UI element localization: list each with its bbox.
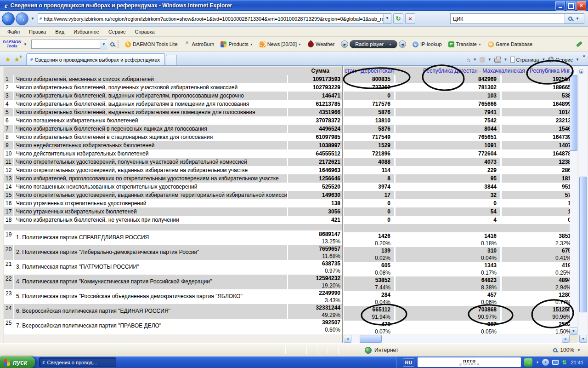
home-icon[interactable]: ⌂ — [466, 57, 470, 63]
toolbar-item[interactable]: *AstroBurn — [184, 41, 215, 47]
connection-activity-icon[interactable]: ⇅ — [562, 360, 566, 365]
radio-dropdown-icon[interactable]: ▼ — [389, 40, 392, 48]
url-text[interactable]: http://www.vybory.izbirkom.ru/region/reg… — [44, 16, 383, 22]
wrench-icon[interactable] — [576, 41, 583, 47]
row-label: Число открепительных удостоверений, полу… — [14, 158, 287, 166]
toolbar-overflow-icon[interactable]: » — [582, 52, 585, 58]
address-bar[interactable]: e http://www.vybory.izbirkom.ru/region/r… — [38, 13, 391, 24]
toolbar-item[interactable]: GGame Database — [488, 41, 532, 47]
row-sum-value: 109173593 — [287, 75, 342, 83]
combo-dropdown-icon[interactable]: ▼ — [100, 40, 107, 50]
daemon-search-combo[interactable]: ▼ — [31, 40, 107, 49]
search-icon[interactable] — [568, 17, 572, 21]
horizontal-scrollbar[interactable]: ◄ ► — [344, 335, 570, 343]
page-dropdown-icon[interactable]: ▼ — [542, 58, 545, 62]
page-scroll-thumb[interactable] — [579, 177, 587, 312]
network-icon[interactable] — [552, 360, 559, 365]
stop-button[interactable]: × — [405, 13, 415, 24]
nero-search-toolbar[interactable]: nero @SEARCH — [418, 357, 521, 367]
toolbar-item[interactable]: Products▼ — [220, 41, 253, 47]
daemon-dropdown-icon[interactable]: ▼ — [23, 42, 27, 46]
toolbar-item[interactable]: ϟDAEMON Tools Lite — [125, 41, 178, 47]
menu-item[interactable]: Сервис — [104, 28, 130, 35]
address-dropdown-icon[interactable]: ▼ — [383, 14, 391, 23]
language-indicator[interactable]: RU — [403, 358, 415, 367]
feeds-icon[interactable] — [480, 57, 485, 63]
menu-item[interactable]: Правка — [24, 28, 51, 35]
page-vertical-scrollbar[interactable]: ▲ ▼ — [579, 66, 587, 343]
inner-scroll-thumb[interactable] — [570, 75, 577, 151]
inner-vertical-scrollbar[interactable]: ▲ ▼ — [570, 67, 577, 335]
region-link-derbent[interactable]: стан - Дербентская — [345, 67, 394, 75]
print-icon[interactable] — [494, 58, 501, 63]
tray-dropdown-icon[interactable]: ▼ — [536, 361, 539, 364]
new-tab-stub[interactable] — [166, 55, 177, 65]
radio-next-icon[interactable]: ◀ — [399, 40, 406, 48]
zoom-dropdown-icon[interactable]: ▼ — [577, 348, 581, 352]
ie-logo-icon: e — [5, 2, 8, 10]
search-input[interactable]: ЦИК — [450, 13, 565, 24]
inner-scroll-down-icon[interactable]: ▼ — [570, 327, 577, 335]
tools-dropdown-icon[interactable]: ▼ — [576, 58, 579, 62]
maximize-button[interactable] — [566, 1, 576, 11]
menu-item[interactable]: Вид — [51, 28, 69, 35]
favorites-star-icon[interactable]: ★ — [5, 56, 11, 63]
daemon-search-input[interactable] — [32, 40, 100, 48]
page-scroll-up-icon[interactable]: ▲ — [579, 69, 583, 74]
dropdown-caret-icon[interactable]: ▼ — [298, 43, 301, 46]
taskbar-task-button[interactable]: e Сведения о провод… — [39, 357, 116, 367]
region-link-dagestan[interactable]: Республика Дагестан - Махачкалинская — [423, 67, 525, 75]
party-name: 3. Политическая партия "ПАТРИОТЫ РОССИИ" — [14, 260, 287, 275]
horizontal-scroll-thumb[interactable] — [360, 335, 382, 343]
add-favorite-icon[interactable]: ★ — [14, 56, 20, 63]
hide-icons-button[interactable]: ‹ — [542, 359, 549, 366]
print-dropdown-icon[interactable]: ▼ — [504, 58, 508, 62]
gear-icon[interactable] — [548, 57, 554, 63]
nero-go-button[interactable]: → — [524, 358, 532, 367]
page-scroll-down-icon[interactable]: ▼ — [579, 335, 587, 343]
region-link-ingushetia[interactable]: Республика Ингушетия — [530, 67, 570, 75]
toolbar-item[interactable]: ipIP-lookup — [413, 41, 441, 47]
toolbar-item[interactable]: ▶Radio player▼◀ — [341, 40, 406, 48]
toolbar-search-icon[interactable] — [110, 42, 114, 46]
menu-item[interactable]: Файл — [3, 28, 24, 35]
forward-button[interactable]: → — [16, 12, 28, 25]
zoom-level[interactable]: 100% — [560, 347, 574, 353]
scroll-left-icon[interactable]: ◄ — [344, 335, 351, 343]
cell-dagestan: 95 — [396, 174, 502, 183]
cell-dagestan: 1091 — [396, 141, 502, 150]
tools-button-label[interactable]: Сервис — [555, 57, 573, 63]
dropdown-caret-icon[interactable]: ▼ — [250, 43, 253, 46]
menu-item[interactable]: Справка — [130, 28, 159, 35]
back-button[interactable]: ← — [2, 12, 15, 25]
toolbar-item[interactable]: ⇄Translate▼ — [448, 41, 481, 47]
radio-prev-icon[interactable]: ▶ — [341, 40, 348, 48]
search-dropdown-icon[interactable]: ▼ — [576, 17, 579, 21]
history-dropdown-icon[interactable]: ▼ — [31, 17, 34, 21]
dropdown-caret-icon[interactable]: ▼ — [478, 43, 481, 46]
search-button-group[interactable]: ▼ — [565, 13, 584, 24]
radio-player[interactable]: Radio player▼ — [350, 40, 397, 48]
daemon-tools-logo[interactable]: DAEMON Tools — [3, 40, 21, 48]
cell-derbent: 737262 — [344, 83, 396, 92]
cell-derbent: 717549 — [344, 133, 396, 141]
toolbar-item[interactable]: News [30/30]▼ — [260, 41, 301, 47]
close-button[interactable]: × — [577, 1, 586, 11]
page-icon[interactable] — [510, 57, 515, 63]
cell-dagestan: 3100.04% — [396, 247, 502, 262]
table-row: 9Число недействительных избирательных бю… — [4, 141, 342, 150]
zoom-control[interactable]: 100% ▼ — [553, 347, 588, 353]
refresh-button[interactable]: ↻ — [393, 13, 403, 24]
home-dropdown-icon[interactable]: ▼ — [473, 58, 477, 62]
start-button[interactable]: пуск — [0, 356, 35, 368]
page-button-label[interactable]: Страница — [516, 57, 539, 63]
menu-item[interactable]: Избранное — [69, 28, 104, 35]
active-tab[interactable]: e Сведения о проводящихся выборах и рефе… — [26, 53, 165, 65]
table-row-values: 408840731238 — [344, 158, 570, 166]
inner-scroll-up-icon[interactable]: ▲ — [570, 70, 574, 74]
feeds-dropdown-icon[interactable]: ▼ — [488, 58, 492, 62]
minimize-button[interactable] — [555, 1, 565, 11]
table-row: 17Число утраченных избирательных бюллете… — [4, 207, 342, 216]
toolbar-item[interactable]: Weather — [308, 41, 334, 47]
scroll-right-icon[interactable]: ► — [562, 335, 570, 343]
